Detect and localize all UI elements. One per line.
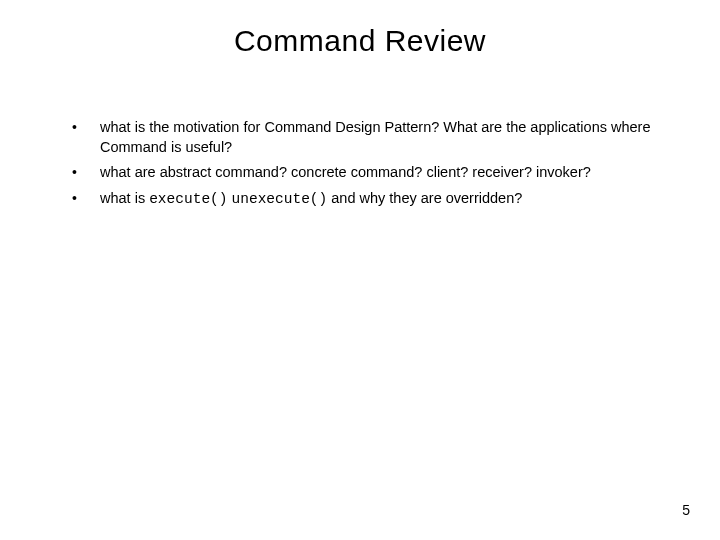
bullet-text-prefix: what is bbox=[100, 190, 149, 206]
bullet-list: what is the motivation for Command Desig… bbox=[60, 118, 660, 209]
slide-content: what is the motivation for Command Desig… bbox=[0, 58, 720, 209]
code-execute: execute() bbox=[149, 191, 227, 207]
slide: Command Review what is the motivation fo… bbox=[0, 0, 720, 540]
bullet-item: what is execute() unexecute() and why th… bbox=[60, 189, 660, 210]
bullet-item: what is the motivation for Command Desig… bbox=[60, 118, 660, 157]
bullet-text: what are abstract command? concrete comm… bbox=[100, 164, 591, 180]
bullet-text-suffix: and why they are overridden? bbox=[327, 190, 522, 206]
bullet-text: what is the motivation for Command Desig… bbox=[100, 119, 650, 155]
page-number: 5 bbox=[682, 502, 690, 518]
slide-title: Command Review bbox=[0, 0, 720, 58]
bullet-item: what are abstract command? concrete comm… bbox=[60, 163, 660, 183]
code-unexecute: unexecute() bbox=[232, 191, 328, 207]
